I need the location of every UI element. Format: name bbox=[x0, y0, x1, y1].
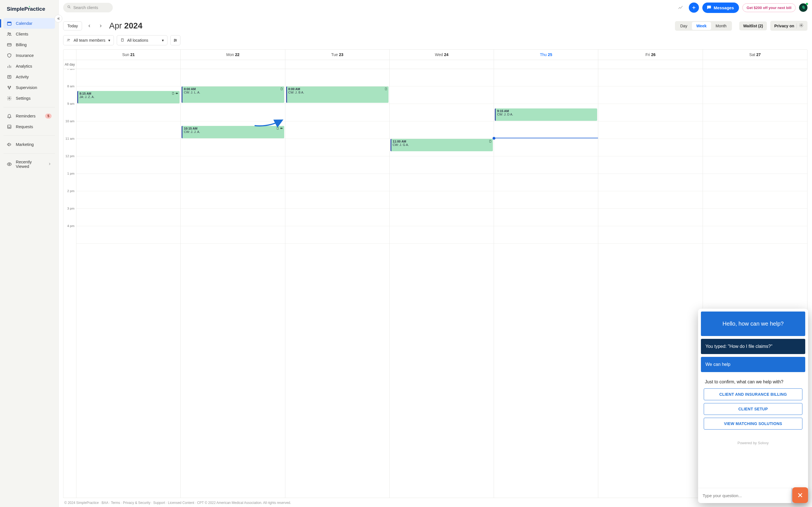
sidebar-item-calendar[interactable]: Calendar bbox=[3, 18, 55, 29]
calendar-icon bbox=[7, 21, 12, 26]
allday-cell[interactable] bbox=[77, 60, 181, 69]
chat-option-client-setup[interactable]: CLIENT SETUP bbox=[704, 403, 802, 415]
footer-link[interactable]: Licensed Content bbox=[168, 501, 194, 505]
svg-rect-6 bbox=[7, 44, 11, 46]
sidebar-item-label: Insurance bbox=[16, 53, 34, 58]
avatar[interactable] bbox=[799, 3, 808, 12]
calendar-event[interactable]: 10:15 AMCW: J. J. A. bbox=[182, 126, 284, 138]
bell-icon bbox=[7, 114, 12, 119]
view-week[interactable]: Week bbox=[692, 22, 711, 30]
sidebar-item-label: Supervision bbox=[16, 86, 37, 90]
next-week-button[interactable] bbox=[97, 22, 105, 30]
chat-confirm-question: Just to confirm, what can we help with? bbox=[704, 379, 802, 385]
people-icon bbox=[67, 38, 71, 43]
footer-link[interactable]: BAA bbox=[101, 501, 108, 505]
allday-cell[interactable] bbox=[285, 60, 390, 69]
calendar-event[interactable]: 11:00 AMCW: J. G A. bbox=[391, 139, 493, 151]
hour-label: 2 pm bbox=[63, 189, 76, 207]
chevron-down-icon: ▾ bbox=[162, 38, 164, 43]
allday-cell[interactable] bbox=[390, 60, 494, 69]
sidebar-item-label: Activity bbox=[16, 75, 29, 79]
sidebar: SimplePractice Calendar Clients Billing bbox=[0, 0, 59, 507]
hour-label: 3 pm bbox=[63, 207, 76, 224]
day-header: Wed 24 bbox=[390, 50, 494, 60]
day-header: Mon 22 bbox=[181, 50, 285, 60]
search-input-wrap[interactable] bbox=[63, 3, 113, 12]
footer-link[interactable]: Support bbox=[153, 501, 165, 505]
filter-settings-button[interactable] bbox=[170, 35, 181, 45]
day-column[interactable]: 9:15 AMCW: J. D A. bbox=[494, 69, 598, 498]
allday-cell[interactable] bbox=[494, 60, 598, 69]
create-button[interactable] bbox=[689, 3, 699, 13]
chevron-right-icon bbox=[48, 162, 52, 167]
view-month[interactable]: Month bbox=[711, 22, 731, 30]
sidebar-collapse-button[interactable] bbox=[54, 15, 62, 22]
prev-week-button[interactable] bbox=[86, 22, 93, 30]
today-button[interactable]: Today bbox=[63, 21, 82, 31]
building-icon bbox=[120, 38, 124, 43]
month-title: Apr 2024 bbox=[109, 21, 142, 31]
footer: © 2024 SimplePractice · BAA · Terms · Pr… bbox=[63, 498, 808, 507]
svg-point-23 bbox=[801, 25, 802, 26]
sidebar-item-activity[interactable]: Activity bbox=[3, 71, 55, 82]
sidebar-item-analytics[interactable]: Analytics bbox=[3, 61, 55, 71]
sidebar-item-clients[interactable]: Clients bbox=[3, 29, 55, 40]
messages-button[interactable]: Messages bbox=[702, 3, 739, 13]
svg-point-32 bbox=[174, 39, 175, 40]
now-indicator bbox=[494, 138, 598, 138]
sidebar-item-label: Requests bbox=[16, 124, 33, 129]
day-column[interactable]: 8:00 AMCW: J. B A. bbox=[285, 69, 390, 498]
chat-hero: Hello, how can we help? bbox=[701, 312, 805, 336]
calendar-event[interactable]: 9:15 AMCW: J. D A. bbox=[495, 108, 597, 121]
allday-cell[interactable] bbox=[598, 60, 703, 69]
eye-icon bbox=[7, 162, 12, 167]
sidebar-item-settings[interactable]: Settings bbox=[3, 93, 55, 104]
svg-text:SimplePractice: SimplePractice bbox=[7, 6, 45, 12]
waitlist-button[interactable]: Waitlist (2) bbox=[739, 21, 767, 31]
footer-link[interactable]: Terms bbox=[111, 501, 120, 505]
leaf-icon bbox=[799, 3, 808, 12]
chat-input[interactable] bbox=[698, 488, 791, 503]
divider bbox=[3, 135, 55, 136]
day-column[interactable]: 8:15 AMJA: J. Z. A. bbox=[77, 69, 181, 498]
sidebar-item-label: Billing bbox=[16, 43, 27, 47]
svg-point-14 bbox=[8, 86, 9, 87]
day-column[interactable]: 8:00 AMCW: J. L. A.10:15 AMCW: J. J. A. bbox=[181, 69, 285, 498]
sidebar-item-billing[interactable]: Billing bbox=[3, 40, 55, 50]
calendar-event[interactable]: 8:15 AMJA: J. Z. A. bbox=[77, 91, 180, 103]
hour-label: 7 am bbox=[63, 69, 76, 84]
sidebar-item-supervision[interactable]: Supervision bbox=[3, 82, 55, 93]
sidebar-item-requests[interactable]: Requests bbox=[3, 121, 55, 132]
view-toggle: Day Week Month bbox=[675, 21, 732, 31]
day-column[interactable]: 11:00 AMCW: J. G A. bbox=[390, 69, 494, 498]
calendar-event[interactable]: 8:00 AMCW: J. B A. bbox=[286, 87, 389, 103]
analytics-shortcut-button[interactable] bbox=[676, 3, 686, 12]
card-icon bbox=[7, 42, 12, 47]
team-filter[interactable]: All team members ▾ bbox=[63, 35, 114, 45]
chat-option-billing[interactable]: CLIENT AND INSURANCE BILLING bbox=[704, 388, 802, 400]
sidebar-item-label: Settings bbox=[16, 96, 31, 101]
hour-label: 8 am bbox=[63, 84, 76, 102]
search-input[interactable] bbox=[73, 5, 107, 10]
sidebar-item-insurance[interactable]: Insurance bbox=[3, 50, 55, 61]
svg-point-33 bbox=[175, 40, 176, 41]
sidebar-item-label: Reminders bbox=[16, 114, 36, 118]
allday-cell[interactable] bbox=[703, 60, 807, 69]
promo-button[interactable]: Get $200 off your next bill bbox=[742, 3, 796, 12]
svg-rect-3 bbox=[7, 22, 11, 23]
location-filter[interactable]: All locations ▾ bbox=[117, 35, 167, 45]
privacy-toggle[interactable]: Privacy on bbox=[770, 21, 808, 31]
sidebar-item-recently-viewed[interactable]: Recently Viewed bbox=[3, 157, 55, 172]
view-day[interactable]: Day bbox=[676, 22, 692, 30]
day-header: Sun 21 bbox=[77, 50, 181, 60]
chat-close-button[interactable] bbox=[792, 487, 808, 503]
day-column[interactable] bbox=[598, 69, 703, 498]
day-header: Fri 26 bbox=[598, 50, 703, 60]
allday-cell[interactable] bbox=[181, 60, 285, 69]
footer-link[interactable]: Privacy & Security bbox=[123, 501, 150, 505]
calendar-event[interactable]: 8:00 AMCW: J. L. A. bbox=[182, 87, 284, 103]
svg-point-19 bbox=[68, 6, 70, 8]
chat-option-view-solutions[interactable]: VIEW MATCHING SOLUTIONS bbox=[704, 418, 802, 430]
sidebar-item-reminders[interactable]: Reminders 5 bbox=[3, 111, 55, 121]
sidebar-item-marketing[interactable]: Marketing bbox=[3, 139, 55, 150]
